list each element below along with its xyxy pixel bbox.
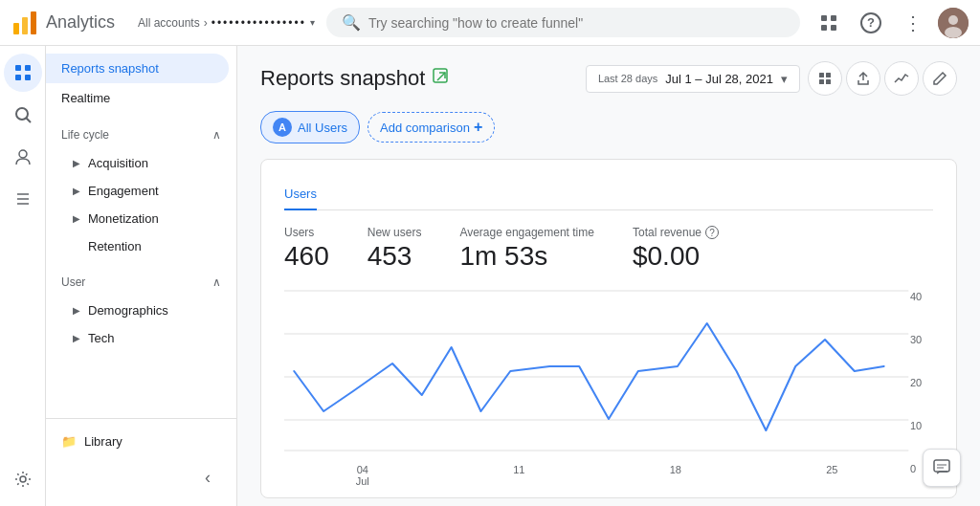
metric-users: Users 460 (284, 226, 329, 272)
new-users-value: 453 (368, 241, 422, 272)
svg-rect-24 (826, 73, 831, 77)
nav-engagement[interactable]: ▶ Engagement (46, 177, 236, 205)
user-avatar[interactable] (938, 8, 969, 38)
revenue-value: $0.00 (633, 241, 719, 272)
nav-library[interactable]: 📁 Library (46, 427, 229, 456)
svg-rect-4 (831, 15, 836, 21)
arrow-icon: ▶ (73, 158, 80, 168)
arrow-icon: ▶ (73, 305, 80, 316)
feedback-button[interactable] (923, 449, 961, 487)
user-section-header[interactable]: User ∧ (46, 268, 236, 297)
svg-rect-13 (25, 75, 31, 80)
all-users-filter-chip[interactable]: A All Users (260, 111, 360, 143)
search-input[interactable] (368, 15, 785, 31)
library-label: Library (84, 434, 122, 449)
svg-rect-12 (15, 75, 21, 80)
search-nav-icon (13, 105, 33, 124)
more-options-button[interactable]: ⋮ (896, 6, 930, 40)
main-content: Reports snapshot Last 28 days Jul 1 – Ju… (237, 46, 980, 506)
svg-rect-26 (826, 79, 831, 84)
app-title: Analytics (46, 12, 115, 33)
export-button[interactable] (808, 61, 842, 96)
all-accounts-label: All accounts (138, 16, 200, 30)
line-chart (284, 287, 933, 459)
metrics-row: Users 460 New users 453 Average engageme… (284, 226, 933, 272)
svg-rect-2 (31, 11, 36, 34)
lifecycle-section-header[interactable]: Life cycle ∧ (46, 121, 236, 149)
nav-reports-snapshot[interactable]: Reports snapshot (46, 54, 229, 83)
filter-chip-label: All Users (298, 121, 347, 135)
revenue-info-icon: ? (705, 226, 719, 239)
svg-rect-6 (831, 25, 836, 31)
svg-rect-23 (819, 73, 824, 77)
lifecycle-label: Life cycle (61, 128, 109, 142)
tab-users[interactable]: Users (284, 179, 317, 210)
x-label-11: 11 (441, 464, 598, 487)
page-title-text: Reports snapshot (260, 66, 425, 91)
chevron-right-icon: › (204, 16, 208, 30)
svg-rect-25 (819, 79, 824, 84)
metric-new-users: New users 453 (368, 226, 422, 272)
edit-icon (932, 71, 947, 86)
chart-x-labels: 04 Jul 11 18 25 (284, 464, 933, 487)
engagement-label: Engagement (88, 184, 159, 198)
svg-point-20 (20, 476, 26, 482)
add-comparison-label: Add comparison (380, 121, 470, 135)
nav-retention[interactable]: Retention (46, 232, 236, 260)
folder-icon: 📁 (61, 434, 77, 449)
metrics-card: Users Users 460 New users 453 Average en… (260, 159, 957, 498)
chip-avatar: A (273, 118, 292, 137)
svg-rect-0 (13, 23, 19, 34)
export-icon (817, 71, 833, 86)
nav-acquisition[interactable]: ▶ Acquisition (46, 149, 236, 177)
page-title-area: Reports snapshot (260, 66, 450, 91)
y-label-10: 10 (910, 420, 933, 431)
icon-sidebar (0, 46, 46, 506)
more-icon: ⋮ (903, 11, 923, 34)
svg-line-15 (26, 118, 31, 122)
logo-area: Analytics (11, 10, 126, 36)
account-selector[interactable]: All accounts › •••••••••••••••• ▾ (138, 16, 315, 30)
metrics-tabs: Users (284, 179, 933, 210)
edit-button[interactable] (923, 61, 957, 96)
nav-monetization[interactable]: ▶ Monetization (46, 205, 236, 232)
metric-revenue: Total revenue ? $0.00 (633, 226, 719, 272)
account-name: •••••••••••••••• (212, 16, 306, 30)
trend-button[interactable] (884, 61, 919, 96)
apps-grid-button[interactable] (812, 6, 846, 40)
help-button[interactable]: ? (854, 6, 888, 40)
date-range-picker[interactable]: Last 28 days Jul 1 – Jul 28, 2021 ▾ (586, 65, 800, 93)
sidebar-nav-home[interactable] (4, 54, 42, 92)
date-range-label: Last 28 days (598, 73, 657, 84)
user-label: User (61, 275, 85, 289)
search-bar[interactable]: 🔍 (326, 8, 800, 37)
sidebar-nav-settings[interactable] (4, 460, 42, 498)
trend-icon (894, 71, 909, 86)
nav-tech[interactable]: ▶ Tech (46, 324, 236, 352)
sidebar-nav-list[interactable] (4, 180, 42, 218)
svg-rect-5 (821, 25, 827, 31)
svg-point-8 (948, 15, 958, 25)
action-icons (808, 61, 957, 96)
external-link-icon[interactable] (433, 68, 450, 90)
engagement-label: Average engagement time (459, 226, 594, 239)
x-label-18: 18 (597, 464, 754, 487)
collapse-sidebar-button[interactable]: ‹ (194, 464, 221, 491)
help-icon: ? (860, 12, 881, 33)
tech-label: Tech (88, 331, 114, 345)
demographics-label: Demographics (88, 303, 168, 318)
svg-rect-3 (821, 15, 827, 21)
y-label-40: 40 (910, 291, 933, 302)
sidebar-nav-search[interactable] (4, 96, 42, 134)
users-value: 460 (284, 241, 329, 272)
share-button[interactable] (846, 61, 880, 96)
nav-demographics[interactable]: ▶ Demographics (46, 297, 236, 324)
nav-realtime[interactable]: Realtime (46, 83, 229, 113)
engagement-value: 1m 53s (459, 241, 594, 272)
top-action-icons: ? ⋮ (812, 6, 969, 40)
add-comparison-button[interactable]: Add comparison + (368, 112, 495, 143)
sidebar-nav-audience[interactable] (4, 138, 42, 176)
acquisition-label: Acquisition (88, 156, 148, 170)
svg-rect-11 (25, 65, 31, 71)
main-header: Reports snapshot Last 28 days Jul 1 – Ju… (260, 61, 957, 96)
